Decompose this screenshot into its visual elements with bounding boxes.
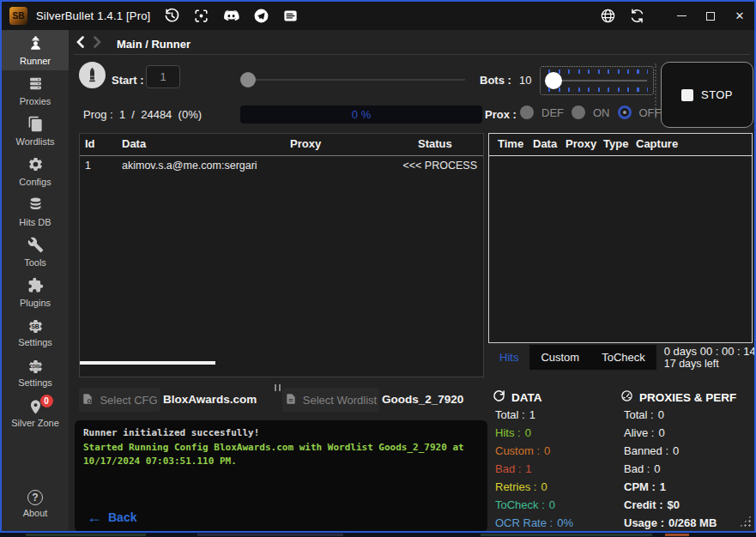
- col-data2: Data: [533, 137, 557, 150]
- hits-table[interactable]: Time Data Proxy Type Capture: [488, 133, 753, 343]
- perf-stats: Total :0 Alive :0 Banned :0 Bad :0 CPM :…: [624, 406, 717, 532]
- runner-icon: [27, 35, 44, 53]
- col-data: Data: [122, 137, 146, 150]
- header-underline: [80, 155, 483, 156]
- sidebar-item-settings-core[interactable]: CORE Settings: [2, 353, 69, 393]
- question-icon: ?: [27, 490, 43, 505]
- sidebar-item-runner[interactable]: Runner: [2, 30, 69, 70]
- sidebar-item-configs[interactable]: Configs: [2, 151, 69, 191]
- stat-alive: Alive :0: [624, 424, 717, 442]
- titlebar: SB SilverBullet 1.4.1 [Pro] ✕: [2, 2, 754, 30]
- page-title: Main / Runner: [117, 38, 191, 51]
- gear-core-icon: CORE: [27, 359, 44, 375]
- nav-back-icon[interactable]: [76, 36, 85, 51]
- telegram-icon[interactable]: [253, 8, 269, 24]
- col-type: Type: [603, 137, 628, 150]
- col-proxy: Proxy: [290, 137, 321, 150]
- sidebar-item-silverzone[interactable]: 0 Silver Zone: [2, 393, 69, 433]
- app-title: SilverBullet 1.4.1 [Pro]: [36, 9, 150, 22]
- radio-def[interactable]: [520, 106, 534, 119]
- log-line: Runner initialized succesfully!: [83, 426, 479, 441]
- sidebar-item-tools[interactable]: Tools: [2, 232, 69, 272]
- header-divider: [74, 54, 750, 55]
- progress-bar: 0 %: [240, 106, 482, 124]
- breadcrumb: Main / Runner: [76, 36, 191, 51]
- sidebar-item-plugins[interactable]: Plugins: [2, 272, 69, 312]
- sidebar-item-hitsdb[interactable]: Hits DB: [2, 191, 69, 232]
- server-icon: [27, 75, 44, 94]
- documents-icon: [27, 116, 44, 134]
- radio-on[interactable]: [572, 106, 585, 119]
- select-cfg-button[interactable]: Select CFG: [79, 388, 160, 412]
- data-panel-header: DATA: [493, 389, 542, 405]
- sidebar: Runner Proxies Wordlists Configs Hits DB…: [2, 30, 69, 531]
- tab-tocheck[interactable]: ToCheck: [590, 345, 656, 370]
- start-label: Start :: [112, 74, 144, 87]
- discord-icon[interactable]: [222, 8, 240, 24]
- selected-config: BloxAwards.com: [163, 393, 257, 406]
- header-underline: [489, 155, 752, 156]
- map-pin-icon: 0: [27, 399, 44, 415]
- horizontal-scrollbar[interactable]: [80, 361, 215, 365]
- database-icon: [27, 196, 44, 214]
- stat-cpm: CPM :1: [624, 478, 717, 496]
- slider-ticks-bottom: [548, 87, 648, 92]
- nav-forward-icon[interactable]: [93, 36, 102, 51]
- radio-off[interactable]: [618, 106, 632, 119]
- row-data: akimov.s.a@me.com:sergari: [122, 160, 257, 172]
- data-stats: Total :1 Hits :0 Custom :0 Bad :1 Retrie…: [495, 406, 573, 532]
- refresh-icon[interactable]: [629, 8, 645, 24]
- stat-proxy-bad: Bad :0: [624, 460, 717, 478]
- data-table[interactable]: Id Data Proxy Status 1 akimov.s.a@me.com…: [79, 133, 484, 377]
- log-line: Started Running Config BloxAwards.com wi…: [83, 441, 479, 469]
- bots-slider[interactable]: [540, 66, 654, 95]
- sidebar-item-proxies[interactable]: Proxies: [2, 70, 69, 111]
- start-input[interactable]: [146, 65, 180, 88]
- close-button[interactable]: ✕: [725, 2, 754, 30]
- maximize-button[interactable]: [696, 2, 725, 30]
- sidebar-item-settings-sb[interactable]: SB Settings: [2, 312, 69, 353]
- stat-total: Total :1: [495, 406, 573, 424]
- progress-percent: 0 %: [352, 108, 371, 121]
- minimize-button[interactable]: [667, 2, 696, 30]
- stat-custom: Custom :0: [495, 442, 573, 460]
- news-icon[interactable]: [282, 8, 299, 24]
- app-window: SB SilverBullet 1.4.1 [Pro] ✕: [0, 0, 756, 533]
- col-time: Time: [498, 137, 523, 150]
- proxy-mode-group: DEF ON OFF: [520, 106, 662, 119]
- bullet-icon: [79, 62, 106, 88]
- splitter-handle[interactable]: [275, 384, 281, 391]
- elapsed-timer: 0 days 00 : 00 : 14: [664, 346, 756, 358]
- stat-hits: Hits :0: [495, 424, 573, 442]
- stat-proxy-total: Total :0: [624, 406, 717, 424]
- bots-slider-track: [547, 80, 647, 81]
- stat-usage: Usage :0/268 MB: [624, 514, 717, 532]
- stop-button[interactable]: STOP: [661, 62, 753, 128]
- background-window-edge: [0, 533, 756, 537]
- refresh-circle-icon: [493, 389, 505, 405]
- bots-slider-thumb[interactable]: [545, 72, 562, 89]
- history-icon[interactable]: [164, 8, 180, 24]
- screen: SB SilverBullet 1.4.1 [Pro] ✕: [0, 0, 756, 537]
- globe-icon[interactable]: [600, 8, 616, 24]
- stat-tocheck: ToCheck :0: [495, 496, 573, 514]
- back-button[interactable]: ← Back: [87, 510, 136, 524]
- start-slider-thumb[interactable]: [240, 72, 256, 87]
- select-wordlist-button[interactable]: Select Wordlist: [282, 388, 379, 412]
- license-days-left: 17 days left: [664, 358, 756, 370]
- tab-group: Custom ToCheck: [529, 345, 656, 370]
- tab-custom[interactable]: Custom: [529, 345, 590, 370]
- col-status: Status: [418, 137, 452, 150]
- tab-hits[interactable]: Hits: [488, 345, 529, 370]
- stat-retries: Retries :0: [495, 478, 573, 496]
- capture-icon[interactable]: [193, 8, 209, 24]
- gear-sb-icon: SB: [27, 318, 44, 335]
- stat-banned: Banned :0: [624, 442, 717, 460]
- sidebar-item-wordlists[interactable]: Wordlists: [2, 111, 69, 151]
- sidebar-item-about[interactable]: ? About: [2, 484, 69, 524]
- perf-panel-header: PROXIES & PERF: [620, 389, 736, 405]
- resize-grip[interactable]: [739, 515, 752, 528]
- col-capture: Capture: [636, 137, 678, 150]
- col-proxy2: Proxy: [565, 137, 596, 150]
- col-id: Id: [85, 137, 95, 150]
